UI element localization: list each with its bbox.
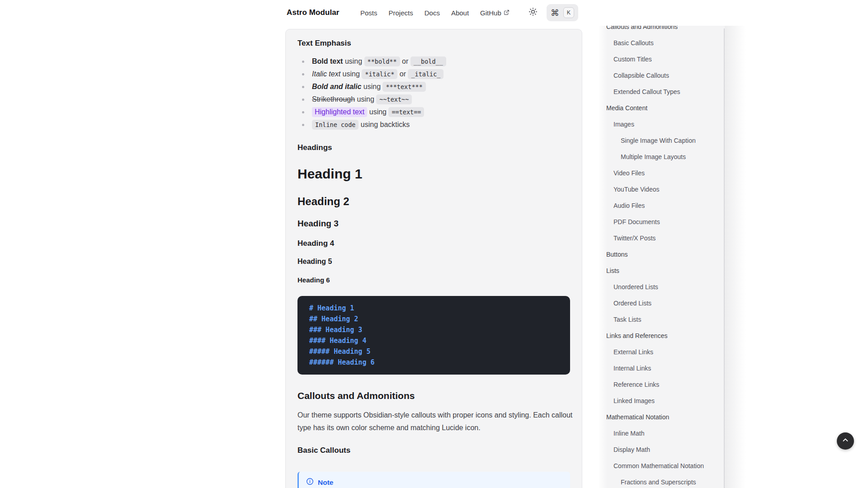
callouts-paragraph: Our theme supports Obsidian-style callou… [297,409,573,434]
text-segment-code: *italic* [362,69,397,79]
text-segment-plain: using [367,108,388,116]
toc-item-multiple-image-layouts[interactable]: Multiple Image Layouts [598,149,725,165]
article-content: Text Emphasis Bold text using **bold** o… [286,29,582,488]
nav-item-about[interactable]: About [451,9,469,17]
site-logo[interactable]: Astro Modular [287,8,340,17]
info-icon [306,478,314,487]
heading-examples: Heading 1Heading 2Heading 3Heading 4Head… [297,166,570,285]
bullet-dot-icon [302,124,304,126]
bullet-dot-icon [302,99,304,101]
nav-item-label: About [451,9,469,17]
scroll-to-top-button[interactable] [837,432,854,450]
chevron-up-icon [841,436,849,446]
command-icon: ⌘ [551,9,559,17]
toc-item-twitter-x-posts[interactable]: Twitter/X Posts [598,230,725,246]
heading-example-h2: Heading 2 [297,195,570,208]
text-segment-italic: Italic text [312,70,340,78]
toc-item-internal-links[interactable]: Internal Links [598,360,725,376]
theme-toggle-button[interactable] [526,6,540,19]
text-emphasis-item: Bold text using **bold** or __bold__ [297,55,570,68]
section-heading-basic-callouts: Basic Callouts [297,446,570,455]
toc-item-lists[interactable]: Lists [598,263,725,279]
code-line: ##### Heading 5 [309,346,558,357]
toc-item-images[interactable]: Images [598,116,725,132]
article-card: Text Emphasis Bold text using **bold** o… [285,29,582,488]
key-badge-k: K [563,7,574,18]
text-emphasis-item: Strikethrough using ~~text~~ [297,93,570,106]
text-segment-code: ==text== [388,107,424,117]
heading-example-h6: Heading 6 [297,275,570,285]
toc-item-mathematical-notation[interactable]: Mathematical Notation [598,409,725,425]
table-of-contents: Callouts and AdmonitionsBasic CalloutsCu… [598,26,725,488]
nav-item-posts[interactable]: Posts [360,9,377,17]
toc-item-ordered-lists[interactable]: Ordered Lists [598,295,725,311]
text-segment-plain: or [400,57,410,66]
toc-item-common-mathematical-notation[interactable]: Common Mathematical Notation [598,458,725,474]
toc-item-buttons[interactable]: Buttons [598,246,725,263]
toc-item-display-math[interactable]: Display Math [598,441,725,458]
text-segment-code: Inline code [312,120,359,130]
toc-item-callouts-and-admonitions[interactable]: Callouts and Admonitions [598,26,725,35]
toc-item-youtube-videos[interactable]: YouTube Videos [598,181,725,197]
nav-item-docs[interactable]: Docs [425,9,440,17]
text-segment-strike: Strikethrough [312,95,355,103]
section-heading-text-emphasis: Text Emphasis [297,38,570,48]
text-emphasis-item: Bold and italic using ***text*** [297,80,570,93]
bullet-dot-icon [302,111,304,113]
text-emphasis-list: Bold text using **bold** or __bold__Ital… [297,55,570,131]
toc-scrollbar[interactable] [724,28,725,488]
code-line: ## Heading 2 [309,314,558,324]
toc-item-unordered-lists[interactable]: Unordered Lists [598,279,725,295]
toc-item-video-files[interactable]: Video Files [598,165,725,181]
heading-example-h5: Heading 5 [297,257,570,267]
toc-item-extended-callout-types[interactable]: Extended Callout Types [598,84,725,100]
heading-example-h4: Heading 4 [297,238,570,249]
toc-list: Callouts and AdmonitionsBasic CalloutsCu… [598,26,725,488]
toc-item-audio-files[interactable]: Audio Files [598,197,725,214]
text-emphasis-item: Highlighted text using ==text== [297,106,570,118]
heading-example-h1: Heading 1 [297,166,570,182]
toc-item-links-and-references[interactable]: Links and References [598,328,725,344]
toc-item-fractions-and-superscripts[interactable]: Fractions and Superscripts [598,474,725,488]
toc-item-custom-titles[interactable]: Custom Titles [598,51,725,67]
nav-item-projects[interactable]: Projects [389,9,413,17]
toc-item-reference-links[interactable]: Reference Links [598,376,725,393]
toc-item-collapsible-callouts[interactable]: Collapsible Callouts [598,67,725,84]
toc-item-pdf-documents[interactable]: PDF Documents [598,214,725,230]
text-segment-code: **bold** [364,56,400,66]
main-nav: PostsProjectsDocsAboutGitHub [360,9,509,17]
nav-item-github[interactable]: GitHub [480,9,509,17]
text-segment-plain: using backticks [359,121,410,129]
code-line: #### Heading 4 [309,335,558,346]
toc-item-single-image-with-caption[interactable]: Single Image With Caption [598,132,725,149]
heading-example-h3: Heading 3 [297,218,570,230]
text-segment-plain: using [343,57,364,66]
code-line: ###### Heading 6 [309,357,558,368]
note-callout-title-row: Note [306,478,563,487]
sun-icon [528,7,538,18]
text-segment-plain: using [340,70,362,78]
nav-item-label: Projects [389,9,413,17]
section-heading-headings: Headings [297,143,570,153]
bullet-dot-icon [302,61,304,63]
toc-item-linked-images[interactable]: Linked Images [598,393,725,409]
command-palette-button[interactable]: ⌘ K [547,4,578,21]
toc-item-basic-callouts[interactable]: Basic Callouts [598,35,725,51]
code-line: ### Heading 3 [309,324,558,335]
external-link-icon [504,9,509,17]
text-segment-code: ***text*** [382,82,425,92]
toc-item-media-content[interactable]: Media Content [598,100,725,116]
markdown-code-block: # Heading 1## Heading 2### Heading 3####… [297,296,570,375]
bullet-dot-icon [302,73,304,75]
text-segment-code: _italic_ [408,69,443,79]
section-heading-callouts: Callouts and Admonitions [297,389,570,402]
toc-item-task-lists[interactable]: Task Lists [598,311,725,328]
text-emphasis-item: Inline code using backticks [297,118,570,131]
toc-item-external-links[interactable]: External Links [598,344,725,360]
nav-item-label: Docs [425,9,440,17]
text-segment-code: __bold__ [410,56,446,66]
bullet-dot-icon [302,86,304,88]
toc-item-inline-math[interactable]: Inline Math [598,425,725,441]
text-segment-plain: using [361,83,382,91]
text-segment-code: ~~text~~ [376,94,412,104]
